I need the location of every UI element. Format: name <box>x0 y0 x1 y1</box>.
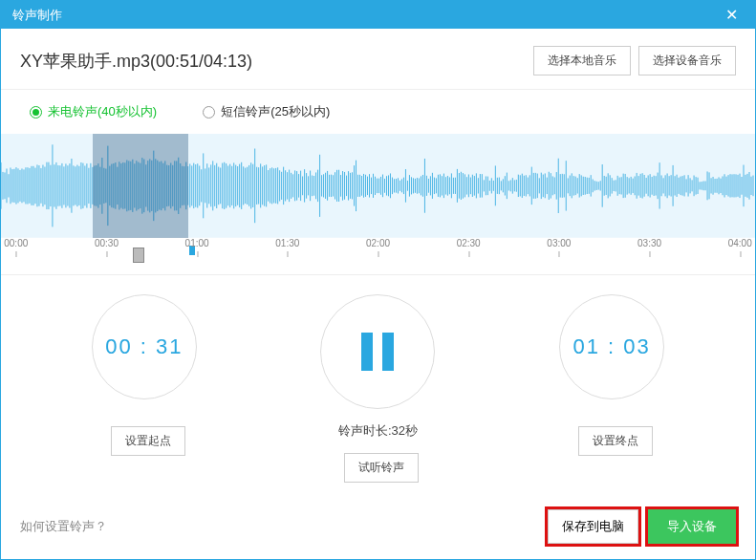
end-time-dial: 01 : 03 <box>559 294 664 399</box>
time-ruler[interactable]: 00:0000:3001:0001:3002:0002:3003:0003:30… <box>1 238 755 275</box>
radio-label: 短信铃声(25秒以内) <box>221 103 330 120</box>
ruler-tick: 02:00 <box>366 238 390 248</box>
radio-call-ringtone[interactable]: 来电铃声(40秒以内) <box>30 103 157 120</box>
ruler-tick: 00:30 <box>95 238 119 248</box>
set-end-button[interactable]: 设置终点 <box>578 426 653 456</box>
preview-button[interactable]: 试听铃声 <box>344 453 419 483</box>
pause-icon <box>361 333 394 371</box>
select-local-button[interactable]: 选择本地音乐 <box>533 46 631 75</box>
save-to-pc-button[interactable]: 保存到电脑 <box>548 509 638 544</box>
titlebar: 铃声制作 ✕ <box>1 1 755 29</box>
import-device-button[interactable]: 导入设备 <box>648 509 736 544</box>
ruler-tick: 03:30 <box>637 238 661 248</box>
waveform-area[interactable] <box>1 134 755 238</box>
end-group: 01 : 03 设置终点 <box>559 294 664 456</box>
start-handle[interactable] <box>133 248 144 263</box>
help-link[interactable]: 如何设置铃声？ <box>20 518 107 535</box>
selection-region[interactable] <box>93 134 188 238</box>
ruler-tick: 01:30 <box>275 238 299 248</box>
ruler-tick: 03:00 <box>547 238 571 248</box>
radio-label: 来电铃声(40秒以内) <box>48 103 157 120</box>
radio-icon <box>30 106 42 118</box>
ringtone-type-group: 来电铃声(40秒以内) 短信铃声(25秒以内) <box>1 90 755 134</box>
duration-text: 铃声时长:32秒 <box>338 422 418 440</box>
radio-sms-ringtone[interactable]: 短信铃声(25秒以内) <box>203 103 330 120</box>
set-start-button[interactable]: 设置起点 <box>111 426 185 456</box>
play-group: 铃声时长:32秒 试听铃声 <box>320 294 435 483</box>
ruler-tick: 00:00 <box>4 238 28 248</box>
track-title: XY苹果助手.mp3(00:51/04:13) <box>20 50 526 73</box>
radio-icon <box>203 106 215 118</box>
start-group: 00 : 31 设置起点 <box>92 294 197 456</box>
ruler-tick: 02:30 <box>457 238 481 248</box>
ruler-tick: 04:00 <box>728 238 752 248</box>
controls-row: 00 : 31 设置起点 铃声时长:32秒 试听铃声 01 : 03 设置终点 <box>1 275 755 494</box>
window-title: 铃声制作 <box>12 7 720 24</box>
ruler-tick: 01:00 <box>185 238 209 248</box>
start-time-dial: 00 : 31 <box>92 294 197 399</box>
close-icon[interactable]: ✕ <box>720 6 744 24</box>
info-row: XY苹果助手.mp3(00:51/04:13) 选择本地音乐 选择设备音乐 <box>1 29 755 90</box>
footer: 如何设置铃声？ 保存到电脑 导入设备 <box>1 494 755 559</box>
select-device-button[interactable]: 选择设备音乐 <box>638 46 736 75</box>
play-pause-button[interactable] <box>320 294 435 409</box>
